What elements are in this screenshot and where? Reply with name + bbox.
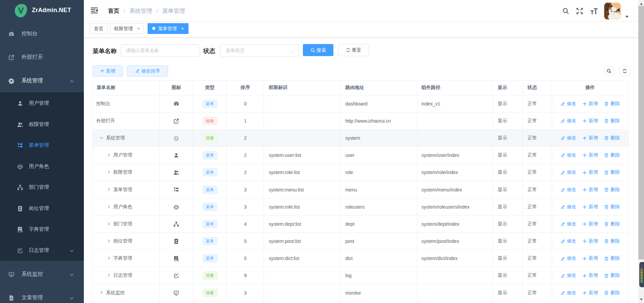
svg-text:V: V [18,5,24,15]
